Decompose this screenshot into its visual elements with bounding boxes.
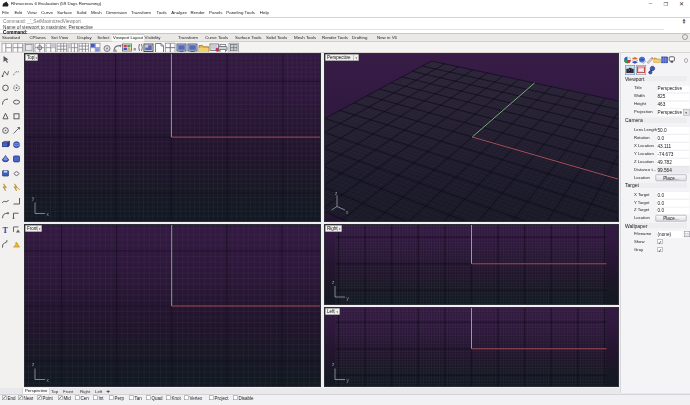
svg-text:T: T (3, 226, 9, 235)
